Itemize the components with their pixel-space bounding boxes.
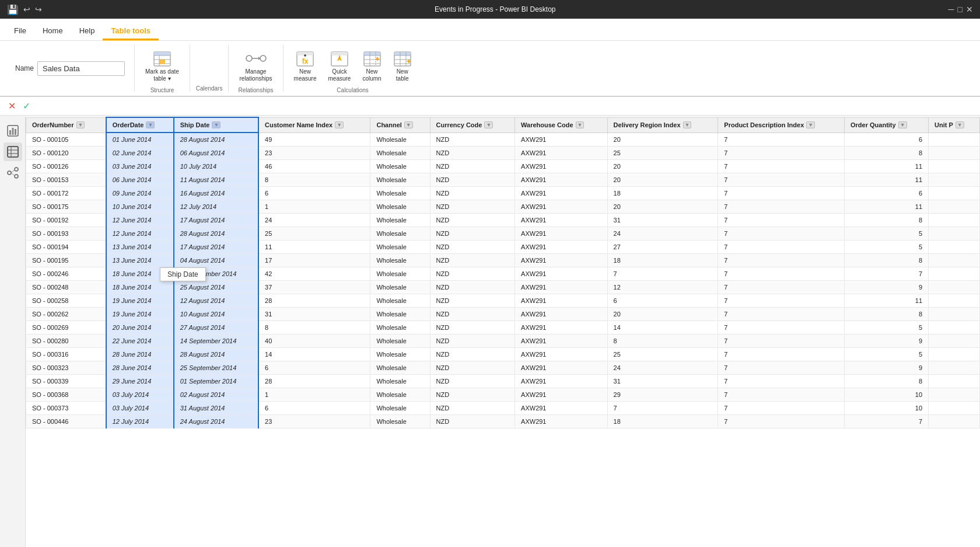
table-row[interactable]: SO - 00024618 June 201401 September 2014… — [26, 267, 980, 281]
table-row[interactable]: SO - 00010501 June 201428 August 201449W… — [26, 133, 980, 147]
table-row[interactable]: SO - 00019212 June 201417 August 201424W… — [26, 214, 980, 227]
table-row[interactable]: SO - 00024818 June 201425 August 201437W… — [26, 281, 980, 294]
table-cell: SO - 000175 — [26, 200, 106, 214]
manage-relationships-btn[interactable]: Manage relationships — [235, 47, 276, 85]
sidebar-model-icon[interactable] — [4, 163, 22, 182]
redo-icon[interactable]: ↪ — [35, 5, 42, 14]
table-row[interactable]: SO - 00019413 June 201417 August 201411W… — [26, 241, 980, 254]
filter-order-date[interactable]: ▼ — [146, 121, 155, 128]
filter-warehouse-code[interactable]: ▼ — [576, 121, 584, 128]
undo-icon[interactable]: ↩ — [23, 5, 30, 14]
table-row[interactable]: SO - 00017209 June 201416 August 20146Wh… — [26, 187, 980, 200]
table-row[interactable]: SO - 00026219 June 201410 August 201431W… — [26, 308, 980, 321]
minimize-btn[interactable]: ─ — [949, 5, 954, 14]
ribbon-section-structure: Mark as date table ▾ Structure — [135, 45, 190, 92]
table-cell: AXW291 — [515, 308, 608, 321]
table-cell: 13 June 2014 — [106, 254, 174, 267]
tab-file[interactable]: File — [6, 23, 34, 40]
table-row[interactable]: SO - 00031628 June 201428 August 201414W… — [26, 348, 980, 361]
table-row[interactable]: SO - 00015306 June 201411 August 20148Wh… — [26, 173, 980, 187]
table-row[interactable]: SO - 00019312 June 201428 August 201425W… — [26, 227, 980, 241]
table-cell: 7 — [718, 227, 845, 241]
table-cell: 7 — [718, 388, 845, 402]
table-row[interactable]: SO - 00044612 July 201424 August 201423W… — [26, 415, 980, 428]
table-cell — [929, 214, 980, 227]
svg-rect-36 — [9, 130, 11, 135]
table-row[interactable]: SO - 00032328 June 201425 September 2014… — [26, 361, 980, 375]
filter-order-number[interactable]: ▼ — [76, 121, 85, 128]
table-cell: Wholesale — [370, 388, 430, 402]
table-cell: AXW291 — [515, 388, 608, 402]
table-row[interactable]: SO - 00017510 June 201412 July 20141Whol… — [26, 200, 980, 214]
quick-measure-btn[interactable]: Quickmeasure — [323, 47, 355, 85]
col-header-unit-p[interactable]: Unit P ▼ — [929, 117, 980, 133]
filter-product-description-index[interactable]: ▼ — [806, 121, 815, 128]
table-cell: 7 — [845, 267, 929, 281]
window-title: Events in Progress - Power BI Desktop — [42, 5, 949, 13]
table-row[interactable]: SO - 00037303 July 201431 August 20146Wh… — [26, 402, 980, 415]
maximize-btn[interactable]: □ — [958, 5, 963, 14]
col-header-ship-date[interactable]: Ship Date ▼ — [174, 117, 258, 133]
table-cell — [929, 241, 980, 254]
col-header-order-date[interactable]: OrderDate ▼ — [106, 117, 174, 133]
col-header-product-description-index[interactable]: Product Description Index ▼ — [718, 117, 845, 133]
sidebar-report-icon[interactable] — [4, 121, 22, 140]
svg-text:fx: fx — [302, 57, 309, 65]
tab-help[interactable]: Help — [71, 23, 103, 40]
col-header-delivery-region-index[interactable]: Delivery Region Index ▼ — [607, 117, 718, 133]
filter-order-quantity[interactable]: ▼ — [898, 121, 907, 128]
table-cell: 7 — [718, 321, 845, 335]
table-cell: Wholesale — [370, 227, 430, 241]
table-cell: 18 — [607, 187, 718, 200]
col-header-customer-name-index[interactable]: Customer Name Index ▼ — [258, 117, 370, 133]
new-measure-btn[interactable]: fx Newmeasure — [289, 47, 321, 85]
table-cell: Wholesale — [370, 294, 430, 308]
new-table-btn[interactable]: Newtable — [388, 47, 416, 85]
close-btn[interactable]: ✕ — [966, 5, 973, 14]
filter-delivery-region-index[interactable]: ▼ — [683, 121, 692, 128]
filter-unit-p[interactable]: ▼ — [956, 121, 964, 128]
formula-confirm-btn[interactable]: ✓ — [20, 99, 33, 113]
table-name-input[interactable] — [37, 61, 125, 76]
col-header-order-quantity[interactable]: Order Quantity ▼ — [845, 117, 929, 133]
col-header-warehouse-code[interactable]: Warehouse Code ▼ — [515, 117, 608, 133]
table-row[interactable]: SO - 00025819 June 201412 August 201428W… — [26, 294, 980, 308]
tab-table-tools[interactable]: Table tools — [103, 23, 159, 40]
filter-currency-code[interactable]: ▼ — [484, 121, 493, 128]
manage-relationships-label: Manage relationships — [239, 68, 272, 82]
col-header-currency-code[interactable]: Currency Code ▼ — [430, 117, 515, 133]
formula-cancel-btn[interactable]: ✕ — [6, 99, 18, 113]
table-cell — [929, 227, 980, 241]
table-cell: 16 August 2014 — [174, 187, 258, 200]
filter-customer-name-index[interactable]: ▼ — [335, 121, 344, 128]
table-cell: SO - 000192 — [26, 214, 106, 227]
table-cell: SO - 000258 — [26, 294, 106, 308]
filter-channel[interactable]: ▼ — [404, 121, 413, 128]
table-row[interactable]: SO - 00028022 June 201414 September 2014… — [26, 335, 980, 348]
new-column-icon — [363, 50, 382, 67]
table-cell: Wholesale — [370, 361, 430, 375]
table-row[interactable]: SO - 00019513 June 201404 August 201417W… — [26, 254, 980, 267]
tab-home[interactable]: Home — [34, 23, 71, 40]
table-cell: NZD — [430, 294, 515, 308]
table-cell: NZD — [430, 241, 515, 254]
table-cell: SO - 000316 — [26, 348, 106, 361]
col-header-order-number[interactable]: OrderNumber ▼ — [26, 117, 106, 133]
data-table-wrapper[interactable]: OrderNumber ▼ OrderDate ▼ Ship Date — [26, 117, 980, 547]
table-row[interactable]: SO - 00033929 June 201401 September 2014… — [26, 375, 980, 388]
col-header-channel[interactable]: Channel ▼ — [370, 117, 430, 133]
table-cell: Wholesale — [370, 321, 430, 335]
table-row[interactable]: SO - 00036803 July 201402 August 20141Wh… — [26, 388, 980, 402]
mark-date-table-btn[interactable]: Mark as date table ▾ — [141, 47, 184, 85]
filter-ship-date[interactable]: ▼ — [212, 121, 220, 128]
table-cell: 28 August 2014 — [174, 133, 258, 147]
sidebar-data-icon[interactable] — [4, 142, 22, 161]
table-cell: 14 — [258, 348, 370, 361]
save-icon[interactable]: 💾 — [7, 4, 19, 15]
table-row[interactable]: SO - 00012002 June 201406 August 201423W… — [26, 147, 980, 160]
table-row[interactable]: SO - 00026920 June 201427 August 20148Wh… — [26, 321, 980, 335]
new-column-btn[interactable]: Newcolumn — [358, 47, 386, 85]
table-row[interactable]: SO - 00012603 June 201410 July 201446Who… — [26, 160, 980, 173]
table-cell: NZD — [430, 415, 515, 428]
table-cell: NZD — [430, 267, 515, 281]
